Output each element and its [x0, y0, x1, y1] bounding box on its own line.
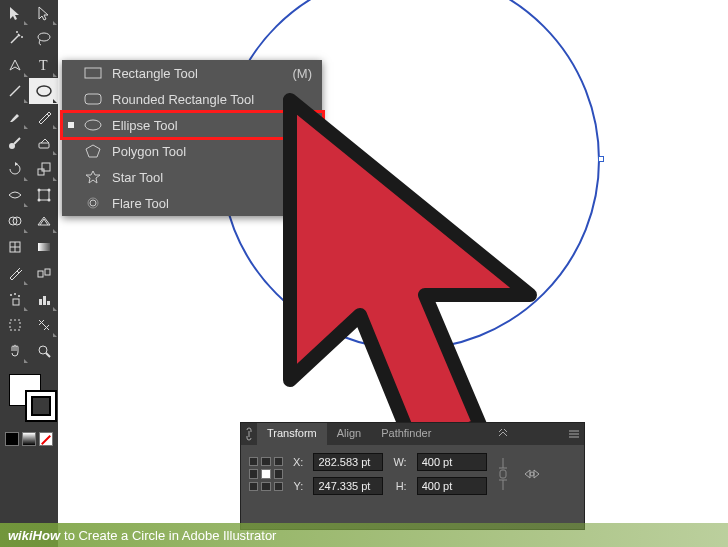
rectangle-icon: [84, 66, 102, 80]
gradient-tool[interactable]: [29, 234, 58, 260]
rotate-tool[interactable]: [0, 156, 29, 182]
svg-rect-18: [38, 243, 50, 251]
panel-collapse-icon[interactable]: [493, 423, 513, 445]
shape-tool-flyout: Rectangle Tool (M) Rounded Rectangle Too…: [62, 60, 322, 216]
flip-icon[interactable]: [523, 467, 541, 481]
svg-point-33: [85, 120, 101, 130]
paintbrush-tool[interactable]: [0, 104, 29, 130]
constrain-proportions-icon[interactable]: [497, 456, 513, 492]
w-label: W:: [393, 456, 406, 468]
mesh-tool[interactable]: [0, 234, 29, 260]
svg-point-3: [37, 86, 51, 96]
symbol-sprayer-tool[interactable]: [0, 286, 29, 312]
shape-builder-tool[interactable]: [0, 208, 29, 234]
y-field[interactable]: [313, 477, 383, 495]
pen-tool[interactable]: [0, 52, 29, 78]
svg-point-9: [37, 189, 40, 192]
eraser-tool[interactable]: [29, 130, 58, 156]
reference-point-selector[interactable]: [249, 457, 283, 491]
tab-pathfinder[interactable]: Pathfinder: [371, 423, 441, 445]
slice-tool[interactable]: [29, 312, 58, 338]
ellipse-icon: [84, 118, 102, 132]
svg-line-2: [10, 86, 20, 96]
flyout-label: Flare Tool: [112, 196, 302, 211]
selection-tool[interactable]: [0, 0, 29, 26]
svg-rect-25: [39, 299, 42, 305]
flyout-rounded-rectangle-tool[interactable]: Rounded Rectangle Tool: [62, 86, 322, 112]
svg-line-30: [46, 353, 50, 357]
w-field[interactable]: [417, 453, 487, 471]
flyout-ellipse-tool[interactable]: Ellipse Tool (L): [62, 112, 322, 138]
svg-text:T: T: [39, 58, 48, 73]
svg-point-12: [47, 199, 50, 202]
panel-menu-icon[interactable]: [564, 423, 584, 445]
svg-rect-26: [43, 296, 46, 305]
shape-tool[interactable]: [29, 78, 58, 104]
star-icon: [84, 170, 102, 184]
h-label: H:: [393, 480, 406, 492]
pencil-tool[interactable]: [29, 104, 58, 130]
scale-tool[interactable]: [29, 156, 58, 182]
watermark-title: to Create a Circle in Adobe Illustrator: [64, 528, 276, 543]
width-tool[interactable]: [0, 182, 29, 208]
flyout-shortcut: (L): [296, 118, 312, 133]
flyout-rectangle-tool[interactable]: Rectangle Tool (M): [62, 60, 322, 86]
x-field[interactable]: [313, 453, 383, 471]
svg-point-22: [10, 294, 12, 296]
anchor-handle[interactable]: [408, 346, 414, 352]
svg-rect-20: [45, 269, 50, 275]
svg-marker-34: [86, 145, 100, 157]
perspective-grid-tool[interactable]: [29, 208, 58, 234]
column-graph-tool[interactable]: [29, 286, 58, 312]
svg-point-23: [14, 293, 16, 295]
svg-rect-27: [47, 301, 50, 305]
free-transform-tool[interactable]: [29, 182, 58, 208]
link-icon[interactable]: [241, 423, 257, 445]
blob-brush-tool[interactable]: [0, 130, 29, 156]
svg-rect-31: [85, 68, 101, 78]
blend-tool[interactable]: [29, 260, 58, 286]
flyout-polygon-tool[interactable]: Polygon Tool: [62, 138, 322, 164]
flyout-label: Star Tool: [112, 170, 302, 185]
color-mode-none[interactable]: [39, 432, 53, 446]
svg-rect-28: [10, 320, 20, 330]
type-tool[interactable]: T: [29, 52, 58, 78]
flyout-label: Ellipse Tool: [112, 118, 286, 133]
flyout-star-tool[interactable]: Star Tool: [62, 164, 322, 190]
svg-point-11: [37, 199, 40, 202]
watermark: wikiHow to Create a Circle in Adobe Illu…: [0, 523, 728, 547]
flyout-shortcut: (M): [293, 66, 313, 81]
color-mode-solid[interactable]: [5, 432, 19, 446]
rounded-rectangle-icon: [84, 92, 102, 106]
svg-point-0: [38, 33, 50, 41]
color-mode-gradient[interactable]: [22, 432, 36, 446]
tab-transform[interactable]: Transform: [257, 423, 327, 445]
svg-rect-6: [38, 169, 44, 175]
eyedropper-tool[interactable]: [0, 260, 29, 286]
zoom-tool[interactable]: [29, 338, 58, 364]
flyout-flare-tool[interactable]: Flare Tool: [62, 190, 322, 216]
flare-icon: [84, 196, 102, 210]
tab-align[interactable]: Align: [327, 423, 371, 445]
line-segment-tool[interactable]: [0, 78, 29, 104]
svg-rect-41: [500, 470, 506, 478]
hand-tool[interactable]: [0, 338, 29, 364]
artboard-tool[interactable]: [0, 312, 29, 338]
lasso-tool[interactable]: [29, 26, 58, 52]
fill-stroke-swatch[interactable]: [9, 374, 49, 414]
stroke-swatch[interactable]: [25, 390, 57, 422]
svg-rect-8: [39, 190, 49, 200]
watermark-brand: wikiHow: [8, 528, 60, 543]
x-label: X:: [293, 456, 303, 468]
anchor-handle[interactable]: [598, 156, 604, 162]
svg-point-10: [47, 189, 50, 192]
flyout-label: Polygon Tool: [112, 144, 302, 159]
h-field[interactable]: [417, 477, 487, 495]
svg-point-24: [18, 295, 20, 297]
tools-panel: T: [0, 0, 58, 547]
svg-rect-5: [39, 143, 49, 148]
svg-point-42: [530, 472, 534, 476]
y-label: Y:: [293, 480, 303, 492]
magic-wand-tool[interactable]: [0, 26, 29, 52]
direct-selection-tool[interactable]: [29, 0, 58, 26]
